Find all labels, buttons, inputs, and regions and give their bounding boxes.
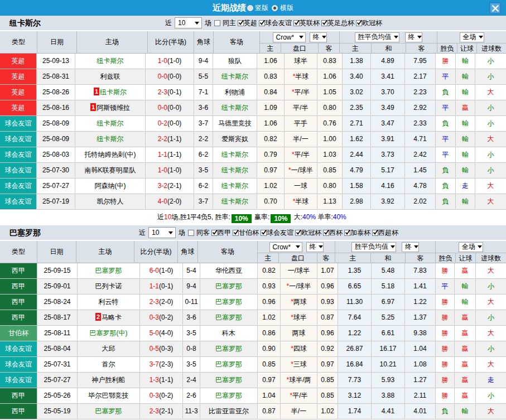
select-value: 终 bbox=[408, 32, 415, 42]
half-score: (0-0) bbox=[167, 119, 181, 127]
handicap-text: 平/半 bbox=[295, 151, 310, 158]
horizontal-layout-radio[interactable] bbox=[272, 5, 278, 11]
league-checkbox[interactable] bbox=[295, 230, 301, 236]
odds-time-select[interactable]: 终 bbox=[310, 32, 327, 42]
bookmaker-select[interactable]: Crow* bbox=[269, 242, 302, 252]
col-header-date: 日期 bbox=[37, 241, 76, 263]
league-checkbox[interactable] bbox=[344, 230, 350, 236]
date-cell: 25-08-26 bbox=[37, 85, 75, 100]
vertical-layout-label[interactable]: 竖版 bbox=[255, 3, 268, 13]
scope-select[interactable]: 全场 bbox=[459, 242, 483, 252]
avg-group-header: 胜平负均值 终 bbox=[340, 31, 437, 44]
summary-text: 赢率: bbox=[253, 213, 270, 221]
close-button[interactable] bbox=[489, 2, 501, 14]
handicap-away-odds-cell: 0.76 bbox=[317, 116, 343, 132]
avg-home-cell: 11.30 bbox=[338, 295, 372, 310]
team-name-text: 纽卡斯尔 bbox=[221, 151, 248, 158]
horizontal-layout-label[interactable]: 横版 bbox=[280, 3, 293, 13]
league-checkbox[interactable] bbox=[323, 230, 329, 236]
goals-result-cell: 小 bbox=[475, 54, 506, 69]
league-checkbox[interactable] bbox=[211, 230, 218, 236]
away-team-cell: 纽卡斯尔 bbox=[213, 163, 257, 178]
final-score: 4-0 bbox=[158, 197, 167, 205]
match-count-select[interactable]: 10 bbox=[148, 227, 176, 238]
col-header-avg-away: 客 bbox=[406, 253, 436, 263]
result-cell: 平 bbox=[436, 147, 456, 163]
handicap-away-odds-cell: 1.03 bbox=[317, 147, 343, 163]
avg-time-select[interactable]: 终 bbox=[405, 32, 422, 42]
corners-cell: 3-5 bbox=[194, 163, 213, 178]
handicap-away-odds-cell: 0.83 bbox=[317, 54, 343, 69]
handicap-home-odds-cell: 1.09 bbox=[257, 100, 285, 116]
handicap-result-cell: 贏 bbox=[455, 388, 476, 404]
avg-away-cell: 2.42 bbox=[405, 147, 436, 163]
league-checkbox[interactable] bbox=[238, 20, 244, 26]
final-score: 1-3 bbox=[150, 376, 159, 384]
handicap-home-odds-cell: 0.87 bbox=[258, 404, 281, 419]
avg-draw-cell: 3.92 bbox=[371, 194, 405, 210]
handicap-result-cell: 輸 bbox=[455, 404, 476, 419]
match-count-select[interactable]: 10 bbox=[175, 17, 202, 28]
recent-results-panel: 近期战绩 竖版 横版 纽卡斯尔 近10场同主英超球会友谊英联杯英足总杯欧冠杯 类… bbox=[0, 0, 506, 420]
result-cell: 負 bbox=[436, 194, 456, 210]
league-checkbox[interactable] bbox=[372, 230, 378, 236]
team-name-text: 首尔 bbox=[102, 360, 115, 368]
avg-select[interactable]: 胜平负均值 bbox=[355, 32, 399, 42]
away-team-cell: 狼队 bbox=[213, 54, 257, 69]
col-header-avg-draw: 和 bbox=[371, 253, 406, 263]
team-name-text: 巴塞罗那(中) bbox=[90, 329, 128, 337]
avg-draw-cell: 5.48 bbox=[372, 263, 405, 279]
team-name-text: 纽卡斯尔 bbox=[97, 119, 124, 127]
league-checkbox[interactable] bbox=[321, 20, 327, 26]
avg-home-cell: 1.22 bbox=[338, 326, 372, 341]
date-cell: 25-07-30 bbox=[37, 163, 75, 178]
goals-result-cell: 小 bbox=[476, 341, 506, 357]
page-title: 近期战绩 bbox=[213, 3, 246, 13]
league-checkbox[interactable] bbox=[293, 20, 300, 26]
goals-result-cell: 大 bbox=[476, 404, 506, 419]
vertical-layout-radio[interactable] bbox=[247, 5, 253, 11]
select-group: Crow* 终 bbox=[258, 242, 335, 252]
league-badge-cell: 西甲 bbox=[0, 310, 37, 326]
team-name-text: 纽卡斯尔 bbox=[221, 73, 248, 80]
half-score: (0-1) bbox=[159, 282, 173, 290]
league-checkbox[interactable] bbox=[259, 20, 265, 26]
handicap-home-odds-cell: 0.83 bbox=[257, 69, 285, 85]
final-score: 0-0 bbox=[158, 73, 167, 80]
team-name-text: 狼队 bbox=[228, 57, 242, 65]
avg-draw-cell: 3.41 bbox=[371, 69, 405, 85]
avg-draw-cell: 4.89 bbox=[371, 54, 405, 69]
avg-home-cell: 3.12 bbox=[338, 388, 372, 404]
scope-select[interactable]: 全场 bbox=[460, 32, 484, 42]
date-cell: 25-08-09 bbox=[37, 132, 75, 147]
bookmaker-select[interactable]: Crow* bbox=[273, 32, 306, 42]
score-cell: 3-7(2-3) bbox=[140, 357, 183, 373]
summary-text: 场,胜1平4负5, 胜率: bbox=[171, 213, 230, 221]
same-venue-checkbox[interactable] bbox=[188, 230, 194, 236]
avg-time-select[interactable]: 终 bbox=[402, 242, 419, 252]
score-cell: 6-0(1-0) bbox=[140, 263, 183, 279]
league-checkbox[interactable] bbox=[356, 20, 362, 26]
league-checkbox-label: 西超杯 bbox=[378, 228, 398, 238]
handicap-line-cell: *平/半 bbox=[285, 85, 317, 100]
league-checkbox[interactable] bbox=[233, 230, 239, 236]
league-checkbox[interactable] bbox=[261, 230, 267, 236]
same-venue-checkbox[interactable] bbox=[214, 20, 220, 26]
avg-select[interactable]: 胜平负均值 bbox=[351, 242, 396, 252]
team-name-text: 巴塞罗那 bbox=[215, 298, 242, 306]
final-score: 6-0 bbox=[150, 267, 159, 274]
goals-result-cell: 大 bbox=[475, 85, 506, 100]
select-value: 胜平负均值 bbox=[358, 32, 392, 42]
handicap-line-cell: *球半 bbox=[281, 310, 317, 326]
score-cell: 0-0(0-0) bbox=[146, 69, 194, 85]
team-name-text: 纽卡斯尔 bbox=[221, 182, 248, 190]
results-header-barcelona: 类型 日期 主场 比分(半场) 角球 客场 Crow* 终 胜平负均值 终 全场 bbox=[0, 241, 506, 263]
avg-away-cell: 1.08 bbox=[405, 357, 436, 373]
handicap-away-odds-cell: 0.93 bbox=[317, 295, 338, 310]
check-icon bbox=[261, 229, 267, 236]
col-header-type: 类型 bbox=[0, 241, 37, 263]
league-checkbox-label: 欧冠杯 bbox=[362, 18, 382, 28]
handicap-line-cell: *球半/两 bbox=[281, 373, 317, 388]
odds-time-select[interactable]: 终 bbox=[306, 242, 324, 252]
half-score: (1-0) bbox=[167, 166, 181, 174]
